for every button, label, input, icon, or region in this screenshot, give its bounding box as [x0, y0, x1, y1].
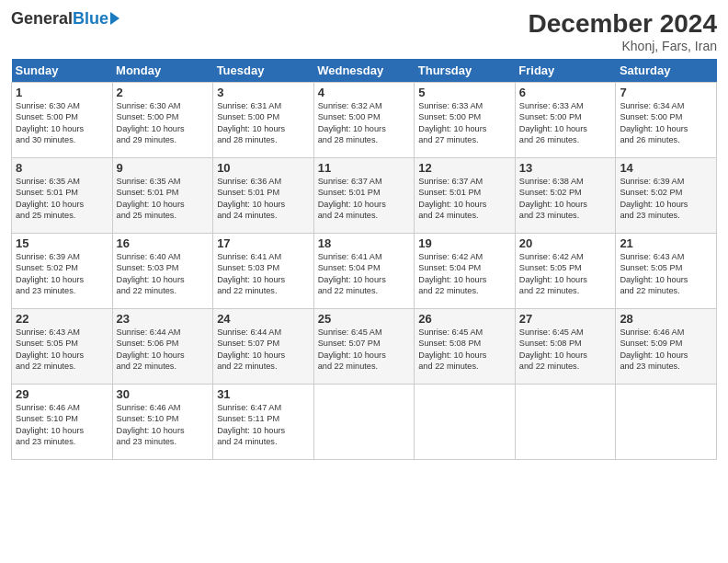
calendar-day-cell: 2Sunrise: 6:30 AM Sunset: 5:00 PM Daylig… — [112, 83, 213, 158]
day-info: Sunrise: 6:37 AM Sunset: 5:01 PM Dayligh… — [318, 176, 411, 222]
calendar-week-row: 15Sunrise: 6:39 AM Sunset: 5:02 PM Dayli… — [12, 234, 717, 309]
day-number: 10 — [217, 161, 310, 175]
day-info: Sunrise: 6:35 AM Sunset: 5:01 PM Dayligh… — [117, 176, 210, 222]
calendar-day-cell: 26Sunrise: 6:45 AM Sunset: 5:08 PM Dayli… — [415, 309, 516, 385]
calendar-day-cell: 6Sunrise: 6:33 AM Sunset: 5:00 PM Daylig… — [515, 83, 616, 158]
calendar-day-cell: 10Sunrise: 6:36 AM Sunset: 5:01 PM Dayli… — [213, 158, 314, 234]
day-number: 15 — [16, 236, 108, 250]
day-number: 9 — [117, 161, 210, 175]
day-number: 29 — [16, 387, 108, 401]
day-info: Sunrise: 6:45 AM Sunset: 5:07 PM Dayligh… — [318, 327, 411, 373]
day-number: 28 — [620, 312, 712, 326]
day-number: 3 — [217, 86, 310, 99]
calendar-table: SundayMondayTuesdayWednesdayThursdayFrid… — [11, 59, 717, 460]
calendar-day-cell: 11Sunrise: 6:37 AM Sunset: 5:01 PM Dayli… — [313, 158, 415, 234]
calendar-container: General Blue December 2024 Khonj, Fars, … — [0, 0, 728, 467]
day-info: Sunrise: 6:30 AM Sunset: 5:00 PM Dayligh… — [117, 100, 210, 146]
calendar-day-cell: 13Sunrise: 6:38 AM Sunset: 5:02 PM Dayli… — [515, 158, 616, 234]
day-info: Sunrise: 6:37 AM Sunset: 5:01 PM Dayligh… — [418, 176, 511, 222]
day-info: Sunrise: 6:35 AM Sunset: 5:01 PM Dayligh… — [16, 176, 108, 222]
calendar-day-cell: 27Sunrise: 6:45 AM Sunset: 5:08 PM Dayli… — [515, 309, 616, 385]
day-number: 14 — [620, 161, 712, 175]
calendar-day-cell: 15Sunrise: 6:39 AM Sunset: 5:02 PM Dayli… — [12, 234, 113, 309]
day-info: Sunrise: 6:45 AM Sunset: 5:08 PM Dayligh… — [519, 327, 612, 373]
calendar-day-cell: 3Sunrise: 6:31 AM Sunset: 5:00 PM Daylig… — [213, 83, 314, 158]
day-info: Sunrise: 6:45 AM Sunset: 5:08 PM Dayligh… — [418, 327, 511, 373]
day-info: Sunrise: 6:46 AM Sunset: 5:09 PM Dayligh… — [620, 327, 712, 373]
day-number: 11 — [318, 161, 411, 175]
calendar-week-row: 1Sunrise: 6:30 AM Sunset: 5:00 PM Daylig… — [12, 83, 717, 158]
day-number: 26 — [418, 312, 511, 326]
day-info: Sunrise: 6:30 AM Sunset: 5:00 PM Dayligh… — [16, 100, 108, 146]
calendar-header-cell: Tuesday — [213, 59, 314, 83]
day-number: 20 — [519, 236, 612, 250]
calendar-header-cell: Friday — [515, 59, 616, 83]
logo-blue-text: Blue — [73, 9, 108, 29]
calendar-day-cell — [515, 385, 616, 460]
calendar-header-cell: Saturday — [616, 59, 717, 83]
day-info: Sunrise: 6:47 AM Sunset: 5:11 PM Dayligh… — [217, 402, 310, 448]
day-number: 19 — [418, 236, 511, 250]
title-block: December 2024 Khonj, Fars, Iran — [529, 9, 717, 53]
logo-general-text: General — [11, 9, 73, 29]
calendar-day-cell: 9Sunrise: 6:35 AM Sunset: 5:01 PM Daylig… — [112, 158, 213, 234]
day-info: Sunrise: 6:44 AM Sunset: 5:07 PM Dayligh… — [217, 327, 310, 373]
day-number: 2 — [117, 86, 210, 99]
day-number: 23 — [117, 312, 210, 326]
calendar-day-cell: 20Sunrise: 6:42 AM Sunset: 5:05 PM Dayli… — [515, 234, 616, 309]
day-info: Sunrise: 6:31 AM Sunset: 5:00 PM Dayligh… — [217, 100, 310, 146]
logo: General Blue — [11, 9, 119, 29]
logo-arrow-icon — [110, 12, 119, 25]
day-number: 5 — [418, 86, 511, 99]
calendar-day-cell: 19Sunrise: 6:42 AM Sunset: 5:04 PM Dayli… — [415, 234, 516, 309]
calendar-header-cell: Sunday — [12, 59, 113, 83]
day-info: Sunrise: 6:36 AM Sunset: 5:01 PM Dayligh… — [217, 176, 310, 222]
calendar-day-cell: 7Sunrise: 6:34 AM Sunset: 5:00 PM Daylig… — [616, 83, 717, 158]
day-number: 30 — [117, 387, 210, 401]
day-info: Sunrise: 6:41 AM Sunset: 5:03 PM Dayligh… — [217, 251, 310, 297]
day-info: Sunrise: 6:39 AM Sunset: 5:02 PM Dayligh… — [16, 251, 108, 297]
calendar-day-cell: 17Sunrise: 6:41 AM Sunset: 5:03 PM Dayli… — [213, 234, 314, 309]
calendar-day-cell: 12Sunrise: 6:37 AM Sunset: 5:01 PM Dayli… — [415, 158, 516, 234]
day-info: Sunrise: 6:33 AM Sunset: 5:00 PM Dayligh… — [418, 100, 511, 146]
day-info: Sunrise: 6:32 AM Sunset: 5:00 PM Dayligh… — [318, 100, 411, 146]
calendar-day-cell: 22Sunrise: 6:43 AM Sunset: 5:05 PM Dayli… — [12, 309, 113, 385]
day-number: 6 — [519, 86, 612, 99]
day-info: Sunrise: 6:40 AM Sunset: 5:03 PM Dayligh… — [117, 251, 210, 297]
day-info: Sunrise: 6:42 AM Sunset: 5:05 PM Dayligh… — [519, 251, 612, 297]
day-info: Sunrise: 6:38 AM Sunset: 5:02 PM Dayligh… — [519, 176, 612, 222]
day-info: Sunrise: 6:44 AM Sunset: 5:06 PM Dayligh… — [117, 327, 210, 373]
day-number: 22 — [16, 312, 108, 326]
calendar-week-row: 8Sunrise: 6:35 AM Sunset: 5:01 PM Daylig… — [12, 158, 717, 234]
day-info: Sunrise: 6:46 AM Sunset: 5:10 PM Dayligh… — [117, 402, 210, 448]
day-number: 21 — [620, 236, 712, 250]
calendar-day-cell — [313, 385, 415, 460]
calendar-header-cell: Thursday — [415, 59, 516, 83]
location: Khonj, Fars, Iran — [529, 39, 717, 53]
calendar-day-cell: 14Sunrise: 6:39 AM Sunset: 5:02 PM Dayli… — [616, 158, 717, 234]
day-number: 24 — [217, 312, 310, 326]
day-number: 7 — [620, 86, 712, 99]
day-number: 8 — [16, 161, 108, 175]
calendar-day-cell: 29Sunrise: 6:46 AM Sunset: 5:10 PM Dayli… — [12, 385, 113, 460]
calendar-day-cell: 5Sunrise: 6:33 AM Sunset: 5:00 PM Daylig… — [415, 83, 516, 158]
day-number: 17 — [217, 236, 310, 250]
day-info: Sunrise: 6:46 AM Sunset: 5:10 PM Dayligh… — [16, 402, 108, 448]
day-number: 25 — [318, 312, 411, 326]
calendar-day-cell: 28Sunrise: 6:46 AM Sunset: 5:09 PM Dayli… — [616, 309, 717, 385]
calendar-header-cell: Monday — [112, 59, 213, 83]
day-info: Sunrise: 6:42 AM Sunset: 5:04 PM Dayligh… — [418, 251, 511, 297]
calendar-day-cell: 1Sunrise: 6:30 AM Sunset: 5:00 PM Daylig… — [12, 83, 113, 158]
day-number: 27 — [519, 312, 612, 326]
calendar-day-cell: 31Sunrise: 6:47 AM Sunset: 5:11 PM Dayli… — [213, 385, 314, 460]
calendar-day-cell: 8Sunrise: 6:35 AM Sunset: 5:01 PM Daylig… — [12, 158, 113, 234]
day-number: 1 — [16, 86, 108, 99]
calendar-day-cell: 16Sunrise: 6:40 AM Sunset: 5:03 PM Dayli… — [112, 234, 213, 309]
calendar-day-cell: 25Sunrise: 6:45 AM Sunset: 5:07 PM Dayli… — [313, 309, 415, 385]
calendar-day-cell: 4Sunrise: 6:32 AM Sunset: 5:00 PM Daylig… — [313, 83, 415, 158]
calendar-week-row: 22Sunrise: 6:43 AM Sunset: 5:05 PM Dayli… — [12, 309, 717, 385]
day-info: Sunrise: 6:43 AM Sunset: 5:05 PM Dayligh… — [16, 327, 108, 373]
calendar-day-cell: 21Sunrise: 6:43 AM Sunset: 5:05 PM Dayli… — [616, 234, 717, 309]
calendar-header-cell: Wednesday — [313, 59, 415, 83]
calendar-header-row: SundayMondayTuesdayWednesdayThursdayFrid… — [12, 59, 717, 83]
